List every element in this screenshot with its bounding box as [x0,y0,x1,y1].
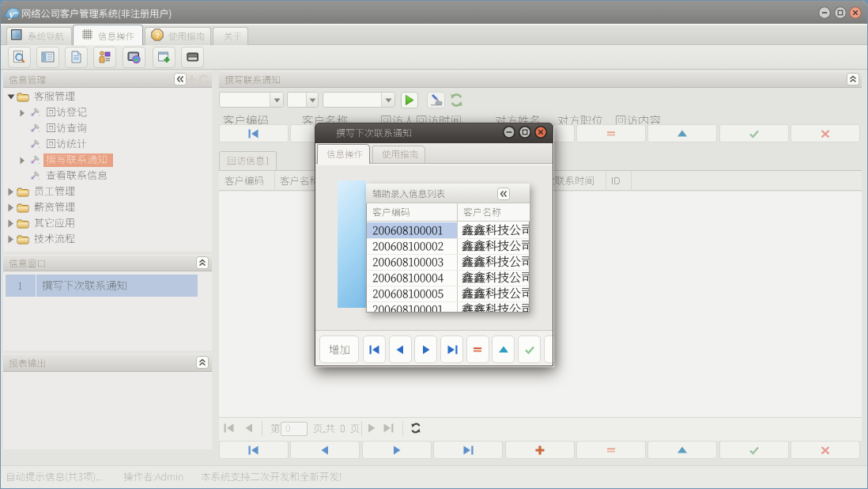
svg-text:?: ? [155,31,160,40]
svg-text:y: y [8,8,14,20]
